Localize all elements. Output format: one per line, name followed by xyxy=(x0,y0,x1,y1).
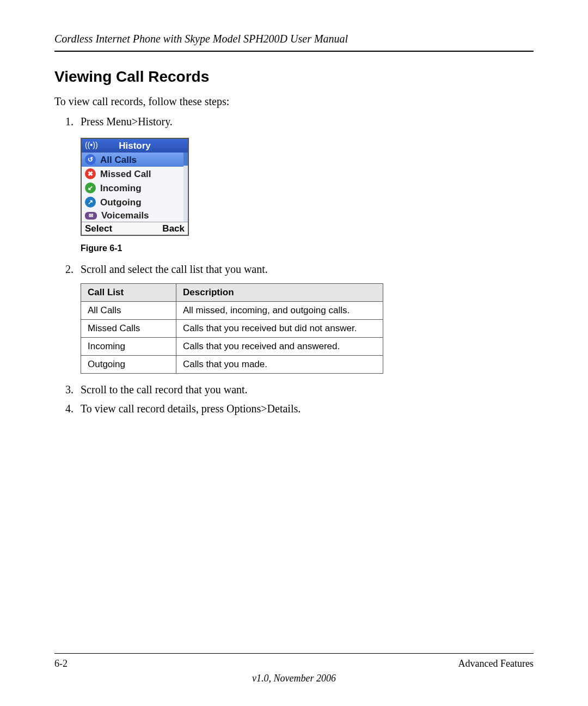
phone-screen-title: History xyxy=(119,141,151,151)
menu-item-missed-call[interactable]: ✖ Missed Call xyxy=(82,167,188,181)
softkey-select[interactable]: Select xyxy=(85,224,112,233)
missed-call-icon: ✖ xyxy=(85,168,96,179)
signal-icon: ((•)) xyxy=(85,141,98,149)
cell-description: Calls that you made. xyxy=(176,356,383,374)
step-1: Press Menu>History. ((•)) History ↺ All … xyxy=(76,115,534,253)
step-4-text: To view call record details, press Optio… xyxy=(81,403,301,415)
menu-item-incoming[interactable]: ↙ Incoming xyxy=(82,181,188,195)
menu-item-label: All Calls xyxy=(100,155,137,165)
scrollbar xyxy=(183,153,188,222)
phone-screen-title-bar: ((•)) History xyxy=(82,139,188,153)
softkey-back[interactable]: Back xyxy=(162,224,185,233)
cell-call-list: Missed Calls xyxy=(81,320,176,338)
phone-screen-figure: ((•)) History ↺ All Calls ✖ Missed Call … xyxy=(81,138,189,236)
menu-item-label: Voicemails xyxy=(101,211,149,220)
th-call-list: Call List xyxy=(81,284,176,302)
cell-call-list: Incoming xyxy=(81,338,176,356)
incoming-icon: ↙ xyxy=(85,182,96,193)
step-4: To view call record details, press Optio… xyxy=(76,403,534,415)
figure-caption: Figure 6-1 xyxy=(81,244,534,253)
call-list-table: Call List Description All Calls All miss… xyxy=(81,283,383,374)
table-row: Outgoing Calls that you made. xyxy=(81,356,383,374)
menu-item-label: Incoming xyxy=(100,184,142,193)
menu-item-label: Outgoing xyxy=(100,198,142,207)
doc-version: v1.0, November 2006 xyxy=(54,673,534,684)
section-name: Advanced Features xyxy=(458,658,534,670)
menu-item-all-calls[interactable]: ↺ All Calls xyxy=(82,153,188,167)
menu-item-outgoing[interactable]: ↗ Outgoing xyxy=(82,195,188,209)
cell-call-list: Outgoing xyxy=(81,356,176,374)
phone-menu-list: ↺ All Calls ✖ Missed Call ↙ Incoming ↗ O… xyxy=(82,153,188,222)
menu-item-voicemails[interactable]: ✉ Voicemails xyxy=(82,209,188,222)
cell-call-list: All Calls xyxy=(81,302,176,320)
step-3-text: Scroll to the call record that you want. xyxy=(81,384,248,395)
table-row: Incoming Calls that you received and ans… xyxy=(81,338,383,356)
table-row: Missed Calls Calls that you received but… xyxy=(81,320,383,338)
table-row: All Calls All missed, incoming, and outg… xyxy=(81,302,383,320)
step-3: Scroll to the call record that you want. xyxy=(76,384,534,396)
section-title: Viewing Call Records xyxy=(54,68,534,86)
step-1-text: Press Menu>History. xyxy=(81,115,173,127)
cell-description: Calls that you received and answered. xyxy=(176,338,383,356)
cell-description: All missed, incoming, and outgoing calls… xyxy=(176,302,383,320)
cell-description: Calls that you received but did not answ… xyxy=(176,320,383,338)
th-description: Description xyxy=(176,284,383,302)
outgoing-icon: ↗ xyxy=(85,197,96,208)
menu-item-label: Missed Call xyxy=(100,169,151,179)
section-intro: To view call records, follow these steps… xyxy=(54,95,534,108)
page-footer: 6-2 Advanced Features v1.0, November 200… xyxy=(54,653,534,684)
running-header: Cordless Internet Phone with Skype Model… xyxy=(54,33,534,52)
softkey-bar: Select Back xyxy=(82,222,188,235)
all-calls-icon: ↺ xyxy=(85,154,96,165)
step-2-text: Scroll and select the call list that you… xyxy=(81,263,268,275)
step-2: Scroll and select the call list that you… xyxy=(76,263,534,374)
page-number: 6-2 xyxy=(54,658,68,670)
voicemail-icon: ✉ xyxy=(85,212,97,220)
